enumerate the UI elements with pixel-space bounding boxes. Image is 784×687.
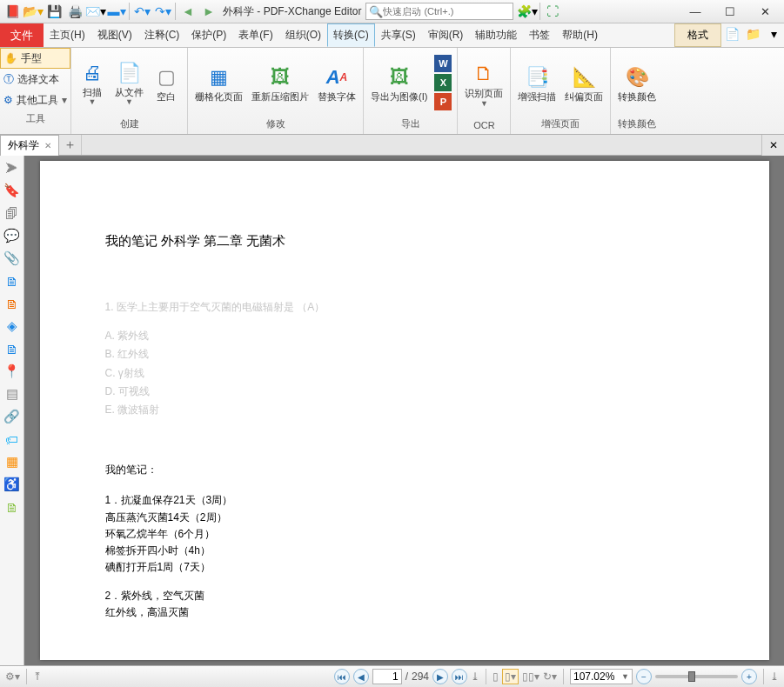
from-file-button[interactable]: 📄从文件▼ <box>111 57 147 108</box>
menu-review[interactable]: 审阅(R) <box>422 23 470 47</box>
zoom-in-button[interactable]: + <box>741 669 757 684</box>
format-tab[interactable]: 格式 <box>674 23 721 47</box>
rotate-view-icon[interactable]: ↻▾ <box>543 670 557 683</box>
destinations-icon[interactable]: 📍 <box>3 363 21 380</box>
links-icon[interactable]: 🔗 <box>3 408 21 425</box>
facing-icon[interactable]: ▯▯▾ <box>522 670 539 683</box>
workspace: ⮞ 🔖 🗐 💬 📎 🗎 🗎 ◈ 🗎 📍 ▤ 🔗 🏷 ▦ ♿ 🗎 我的笔记 外科学… <box>0 156 784 665</box>
export-word-icon[interactable]: W <box>434 55 452 72</box>
app-icon: 📕 <box>2 1 23 22</box>
menu-accessibility[interactable]: 辅助功能 <box>469 23 523 47</box>
replace-fonts-button[interactable]: AA替换字体 <box>314 62 359 103</box>
print-icon[interactable]: 🖨️ <box>64 1 85 22</box>
zoom-slider-thumb[interactable] <box>688 671 695 682</box>
export-image-icon: 🖼 <box>385 63 413 91</box>
menu-convert[interactable]: 转换(C) <box>327 23 375 47</box>
deskew-button[interactable]: 📐纠偏页面 <box>561 62 606 103</box>
menu-more-icon[interactable]: ▾ <box>763 23 784 44</box>
order-panel-icon[interactable]: 🗎 <box>3 498 21 516</box>
status-bar: ⚙▾ ⤒ ⏮ ◀ / 294 ▶ ⏭ ⤓ ▯ ▯▾ ▯▯▾ ↻▾ 107.02%… <box>0 665 784 687</box>
comments-panel-icon[interactable]: 💬 <box>3 227 21 244</box>
hand-tool[interactable]: ✋手型 <box>0 48 70 69</box>
thumbnails-icon[interactable]: 🗐 <box>3 204 21 222</box>
menu-help[interactable]: 帮助(H) <box>556 23 604 47</box>
scan-button[interactable]: 🖨扫描▼ <box>75 57 110 108</box>
enhance-scan-button[interactable]: 📑增强扫描 <box>514 62 560 103</box>
export-excel-icon[interactable]: X <box>434 74 452 91</box>
properties-icon[interactable]: ▦ <box>3 453 21 470</box>
menu-protect[interactable]: 保护(P) <box>185 23 232 47</box>
last-page-button[interactable]: ⏭ <box>452 669 467 684</box>
save-icon[interactable]: 💾 <box>44 1 64 22</box>
nav-fwd-icon[interactable]: ► <box>198 1 219 22</box>
close-tab-icon[interactable]: ✕ <box>44 141 51 150</box>
menu-organize[interactable]: 组织(O) <box>279 23 327 47</box>
quick-launch-search[interactable]: 🔍 <box>365 3 513 20</box>
ruler-end2-icon[interactable]: ⤓ <box>770 670 779 683</box>
fields-icon[interactable]: 🗎 <box>3 272 21 290</box>
menu-form[interactable]: 表单(F) <box>232 23 278 47</box>
quick-launch-input[interactable] <box>383 6 505 17</box>
menu-share[interactable]: 共享(S) <box>375 23 422 47</box>
share-doc-icon[interactable]: 📄 <box>721 23 742 44</box>
accessibility-icon[interactable]: ♿ <box>3 476 21 493</box>
scan-qa-icon[interactable]: ▬▾ <box>106 1 127 22</box>
layers-icon[interactable]: ◈ <box>3 317 21 335</box>
ruler-start-icon[interactable]: ⤒ <box>33 670 42 683</box>
continuous-icon[interactable]: ▯▾ <box>502 669 519 684</box>
file-menu[interactable]: 文件 <box>0 23 44 47</box>
undo-icon[interactable]: ↶▾ <box>131 1 152 22</box>
other-tools[interactable]: ⚙其他工具▾ <box>0 90 70 110</box>
note-line: 棉签拆开四小时（4h） <box>105 543 704 559</box>
zoom-combo[interactable]: 107.02%▼ <box>570 669 633 684</box>
menu-bookmarks[interactable]: 书签 <box>523 23 556 47</box>
content-icon[interactable]: 🗎 <box>3 340 21 357</box>
close-button[interactable]: ✕ <box>747 0 782 23</box>
page-number-input[interactable] <box>372 669 402 684</box>
mail-icon[interactable]: ✉️▾ <box>85 1 106 22</box>
redo-icon[interactable]: ↷▾ <box>152 1 173 22</box>
maximize-button[interactable]: ☐ <box>713 0 747 23</box>
zoom-out-button[interactable]: − <box>636 669 652 684</box>
rasterize-button[interactable]: ▦栅格化页面 <box>191 62 246 103</box>
fullscreen-icon[interactable]: ⛶ <box>542 1 563 22</box>
prev-page-button[interactable]: ◀ <box>353 669 369 684</box>
menu-home[interactable]: 主页(H) <box>44 23 91 47</box>
tags-panel-icon[interactable]: 🏷 <box>3 430 21 448</box>
export-ppt-icon[interactable]: P <box>434 93 452 110</box>
add-tab-button[interactable]: ＋ <box>59 135 82 155</box>
open-icon[interactable]: 📂▾ <box>23 1 44 22</box>
text-select-icon: Ⓣ <box>3 72 14 87</box>
convert-color-button[interactable]: 🎨转换颜色 <box>614 62 660 103</box>
document-viewport[interactable]: 我的笔记 外科学 第二章 无菌术 1. 医学上主要用于空气灭菌的电磁辐射是 （A… <box>24 156 784 665</box>
export-image-button[interactable]: 🖼导出为图像(I) <box>367 62 431 103</box>
minimize-button[interactable]: — <box>678 0 713 23</box>
single-page-icon[interactable]: ▯ <box>493 670 499 683</box>
zoom-slider[interactable] <box>655 675 738 678</box>
ocr-button[interactable]: 🗋识别页面▼ <box>461 58 506 109</box>
pan-zoom-icon[interactable]: ▤ <box>3 385 21 403</box>
first-page-button[interactable]: ⏮ <box>334 669 350 684</box>
page-total: 294 <box>412 670 429 683</box>
menu-view[interactable]: 视图(V) <box>91 23 138 47</box>
folder-icon[interactable]: 📁 <box>742 23 763 44</box>
next-page-button[interactable]: ▶ <box>432 669 448 684</box>
rasterize-icon: ▦ <box>205 63 233 91</box>
attachments-icon[interactable]: 📎 <box>3 250 21 267</box>
signatures-icon[interactable]: 🗎 <box>3 295 21 312</box>
create-group: 🖨扫描▼ 📄从文件▼ ▢空白 创建 <box>71 48 188 134</box>
ruler-end-icon[interactable]: ⤓ <box>471 670 479 683</box>
note-line: 2．紫外线，空气灭菌 <box>105 588 704 604</box>
tabbar-close-button[interactable]: ✕ <box>761 135 784 156</box>
nav-back-icon[interactable]: ◄ <box>178 1 198 22</box>
document-tab[interactable]: 外科学 ✕ <box>0 135 59 156</box>
note-line: 碘酊打开后1周（7天） <box>105 559 704 576</box>
select-text-tool[interactable]: Ⓣ选择文本 <box>0 69 70 90</box>
ui-options-icon[interactable]: 🧩▾ <box>517 1 538 22</box>
sb-arrow-icon[interactable]: ⮞ <box>3 159 21 177</box>
bookmark-panel-icon[interactable]: 🔖 <box>3 182 21 199</box>
recompress-button[interactable]: 🖼重新压缩图片 <box>248 62 312 103</box>
menu-comment[interactable]: 注释(C) <box>138 23 186 47</box>
options-icon[interactable]: ⚙▾ <box>5 670 20 683</box>
blank-button[interactable]: ▢空白 <box>149 62 184 103</box>
